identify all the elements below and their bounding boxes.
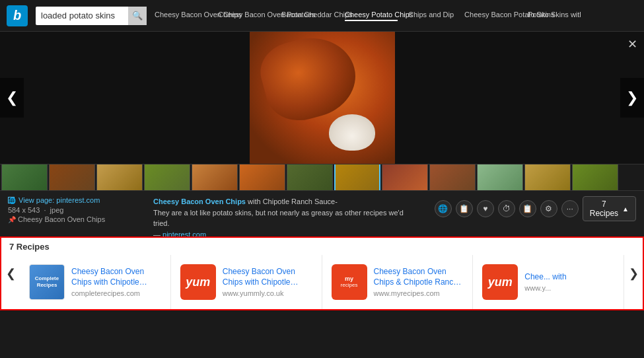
recipe-info: Cheesy Bacon Oven Chips & Chipotle Ranch… xyxy=(374,267,464,297)
chevron-up-icon: ▲ xyxy=(622,205,629,213)
related-tab-tab6[interactable]: Cheesy Bacon Potato Skins xyxy=(464,10,517,20)
prev-image-button[interactable]: ❮ xyxy=(0,78,24,118)
thumbnail[interactable] xyxy=(334,164,380,190)
right-arrow-icon: ❯ xyxy=(626,89,638,106)
recipes-button[interactable]: 7 Recipes ▲ xyxy=(583,196,636,221)
related-tab-tab1[interactable]: Cheesy Bacon Oven Chips xyxy=(155,10,207,20)
more-action-icon[interactable]: ··· xyxy=(561,200,579,217)
related-tab-tab4[interactable]: Cheesy Potato Chips xyxy=(345,10,398,20)
description-body: They are a lot like potato skins, but no… xyxy=(153,209,404,228)
recipe-logo: my recipes xyxy=(332,264,367,300)
top-bar: b 🔍 Cheesy Bacon Oven ChipsCheesy Bacon … xyxy=(0,0,644,32)
complete-recipes-logo-text: CompleteRecipes xyxy=(35,275,59,288)
bing-logo: b xyxy=(7,5,28,26)
recipes-next-button[interactable]: ❯ xyxy=(624,238,643,309)
copy-action-icon[interactable]: 📋 xyxy=(456,200,473,217)
recipe-item[interactable]: yum Cheesy Bacon Oven Chips with Chipotl… xyxy=(171,255,322,309)
globe-action-icon[interactable]: 🌐 xyxy=(435,200,452,217)
image-source-name: 📌 Cheesy Bacon Oven Chips xyxy=(8,215,140,223)
recipe-title: Cheesy Bacon Oven Chips with Chipotle Ra… xyxy=(223,267,312,287)
view-page-site[interactable]: pinterest.com xyxy=(56,196,100,204)
related-tabs: Cheesy Bacon Oven ChipsCheesy Bacon Oven… xyxy=(155,10,581,20)
pin-icon: 📌 xyxy=(8,216,16,223)
next-image-button[interactable]: ❯ xyxy=(620,78,644,118)
thumbnail[interactable] xyxy=(524,164,571,190)
recipe-title: Cheesy Bacon Oven Chips & Chipotle Ranch… xyxy=(374,267,464,287)
recipe-title: Cheesy Bacon Oven Chips with Chipotle Ra… xyxy=(71,267,161,287)
related-tab-tab7[interactable]: Potato Skins with Bacon and Cheese xyxy=(528,10,581,20)
recipes-left-arrow-icon: ❮ xyxy=(6,266,16,281)
thumbnail[interactable] xyxy=(287,164,333,190)
search-box: 🔍 xyxy=(36,7,147,25)
left-arrow-icon: ❮ xyxy=(6,89,18,106)
search-icon: 🔍 xyxy=(132,11,143,20)
my-recipes-logo-top: my xyxy=(345,276,353,282)
related-tab-tab5[interactable]: Chips and Dip xyxy=(408,10,454,20)
related-tab-tab3[interactable]: Bacon Cheddar Chips xyxy=(281,10,334,20)
main-image-inner xyxy=(250,32,395,164)
thumbnail[interactable] xyxy=(1,164,48,190)
thumbnail[interactable] xyxy=(429,164,476,190)
recipes-panel-header: 7 Recipes xyxy=(9,242,50,252)
info-bar: 🌐 View page: pinterest.com 584 x 543 · j… xyxy=(0,190,644,236)
recipe-source: www.yummly.co.uk xyxy=(223,289,312,297)
description-title-link[interactable]: Cheesy Bacon Oven Chips xyxy=(153,197,246,205)
image-dimensions: 584 x 543 · jpeg xyxy=(8,206,140,214)
recipe-info: Cheesy Bacon Oven Chips with Chipotle Ra… xyxy=(223,267,312,297)
recipes-count-label: 7 Recipes xyxy=(590,199,618,218)
yum-logo-text: yum xyxy=(186,275,210,289)
recipe-logo: yum xyxy=(482,264,518,300)
description-with-text: with Chipotle Ranch Sauce- xyxy=(248,197,338,205)
image-main-area: ❮ ❯ ✕ xyxy=(0,32,644,164)
thumbnail[interactable] xyxy=(477,164,523,190)
image-meta-left: 🌐 View page: pinterest.com 584 x 543 · j… xyxy=(8,196,140,223)
recipe-source: www.myrecipes.com xyxy=(374,289,464,297)
view-page-link[interactable]: 🌐 View page: pinterest.com xyxy=(8,196,140,204)
settings-action-icon[interactable]: ⚙ xyxy=(540,200,557,217)
doc-action-icon[interactable]: 📋 xyxy=(519,200,536,217)
search-input[interactable] xyxy=(36,11,128,20)
my-recipes-logo-bottom: recipes xyxy=(341,282,358,288)
image-description: Cheesy Bacon Oven Chips with Chipotle Ra… xyxy=(153,196,421,240)
yum-logo-text: yum xyxy=(488,275,513,289)
recipe-source: www.y... xyxy=(524,284,614,292)
recipe-logo: yum xyxy=(180,264,216,300)
view-page-label: View page: xyxy=(18,196,54,204)
bowl-graphic xyxy=(329,114,375,151)
main-content: ❮ ❯ ✕ xyxy=(0,32,644,358)
thumbnail[interactable] xyxy=(382,164,428,190)
recipe-info: Cheesy Bacon Oven Chips with Chipotle Ra… xyxy=(71,267,161,297)
recipe-item[interactable]: my recipes Cheesy Bacon Oven Chips & Chi… xyxy=(322,255,474,309)
image-viewer: ❮ ❯ ✕ xyxy=(0,32,644,236)
recipes-right-arrow-icon: ❯ xyxy=(629,266,639,281)
food-graphic xyxy=(254,32,363,128)
globe-icon: 🌐 xyxy=(8,197,15,203)
thumbnail[interactable] xyxy=(572,164,618,190)
main-image xyxy=(250,32,395,164)
bing-logo-text: b xyxy=(13,8,21,23)
search-button[interactable]: 🔍 xyxy=(128,7,147,25)
related-tab-tab2[interactable]: Cheesy Bacon Oven Potatoes xyxy=(218,10,271,20)
recipe-item[interactable]: yum Chee... with www.y... xyxy=(473,255,624,309)
thumbnail[interactable] xyxy=(96,164,143,190)
thumbnail-strip xyxy=(0,164,644,190)
close-icon: ✕ xyxy=(627,38,637,51)
recipe-info: Chee... with www.y... xyxy=(524,272,614,292)
action-bar: 🌐 📋 ♥ ⏱ 📋 ⚙ ··· 7 Recipes ▲ xyxy=(435,196,636,221)
thumbnail[interactable] xyxy=(192,164,238,190)
timer-action-icon[interactable]: ⏱ xyxy=(498,200,515,217)
recipes-panel: 7 Recipes ❮ CompleteRecipes Cheesy Bacon… xyxy=(0,236,644,310)
thumbnail[interactable] xyxy=(239,164,285,190)
recipe-logo: CompleteRecipes xyxy=(29,264,65,300)
recipe-item[interactable]: CompleteRecipes Cheesy Bacon Oven Chips … xyxy=(20,255,171,309)
thumbnail[interactable] xyxy=(49,164,95,190)
recipe-source: completerecipes.com xyxy=(71,289,161,297)
recipes-list: CompleteRecipes Cheesy Bacon Oven Chips … xyxy=(20,238,624,309)
recipe-title: Chee... with xyxy=(524,272,614,283)
thumbnail[interactable] xyxy=(144,164,190,190)
close-button[interactable]: ✕ xyxy=(627,37,637,52)
action-icons: 🌐 📋 ♥ ⏱ 📋 ⚙ ··· xyxy=(435,200,579,217)
heart-action-icon[interactable]: ♥ xyxy=(477,200,494,217)
